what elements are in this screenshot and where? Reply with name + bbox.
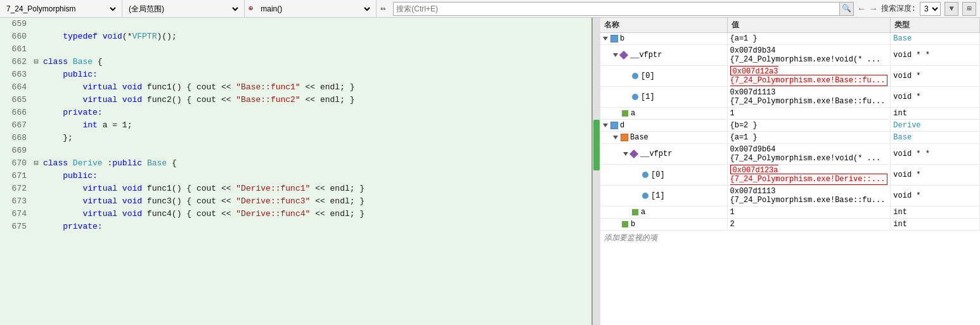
collapse-btn bbox=[32, 81, 41, 94]
table-row: 666 private: bbox=[0, 106, 591, 119]
line-content: public: bbox=[41, 170, 591, 182]
watch-type-cell: Base bbox=[891, 132, 980, 144]
depth-select[interactable]: 3 1 2 4 5 bbox=[920, 2, 941, 16]
table-row: 661 bbox=[0, 43, 591, 56]
watch-type-cell: int bbox=[891, 108, 980, 120]
watch-table: 名称 值 类型 b {a=1 } Base __vfptr 0x007d9b34… bbox=[600, 18, 980, 231]
watch-value-cell: 0x007d9b34 {7_24_Polymorphism.exe!void(*… bbox=[727, 45, 891, 66]
watch-name-cell: [0] bbox=[600, 66, 727, 87]
collapse-btn bbox=[32, 94, 41, 106]
watch-name-cell: __vfptr bbox=[600, 45, 727, 66]
col-value-header: 值 bbox=[727, 18, 891, 33]
search-icon[interactable]: 🔍 bbox=[839, 3, 853, 15]
watch-value: 0x007d9b64 {7_24_Polymorphism.exe!void(*… bbox=[730, 145, 881, 163]
line-number: 668 bbox=[0, 132, 32, 144]
filter-icon-button[interactable]: ▼ bbox=[945, 2, 958, 16]
expand-arrow[interactable] bbox=[623, 152, 628, 156]
search-box: 🔍 bbox=[393, 2, 854, 16]
line-number: 666 bbox=[0, 106, 32, 119]
watch-name: [0] bbox=[651, 170, 665, 179]
code-lines: 659 660 typedef void(*VFPTR)(); 661 662 … bbox=[0, 18, 591, 325]
watch-value-cell: {b=2 } bbox=[727, 120, 891, 132]
table-row: [1] 0x007d1113 {7_24_Polymorphism.exe!Ba… bbox=[600, 87, 980, 108]
table-row: Base {a=1 } Base bbox=[600, 132, 980, 144]
table-row: 675 private: bbox=[0, 220, 591, 233]
table-row: [0] 0x007d12a3 {7_24_Polymorphism.exe!Ba… bbox=[600, 66, 980, 87]
line-number: 660 bbox=[0, 30, 32, 43]
watch-name: __vfptr bbox=[640, 150, 672, 158]
watch-type-cell: void * bbox=[891, 66, 980, 87]
collapse-btn bbox=[32, 106, 41, 119]
search-area: 🔍 ← → 搜索深度: 3 1 2 4 5 ▼ ⊞ bbox=[389, 0, 980, 17]
search-input[interactable] bbox=[394, 3, 839, 15]
collapse-btn bbox=[32, 144, 41, 157]
expand-arrow[interactable] bbox=[613, 53, 618, 57]
watch-type-cell: void * bbox=[891, 87, 980, 108]
watch-name: b bbox=[631, 220, 635, 229]
watch-name: __vfptr bbox=[630, 51, 662, 60]
watch-value-cell: 1 bbox=[727, 108, 891, 120]
table-row: 662 ⊟ class Base { bbox=[0, 56, 591, 68]
nav-forward-button[interactable]: → bbox=[869, 4, 877, 14]
add-watch-label[interactable]: 添加要监视的项 bbox=[600, 231, 980, 245]
collapse-btn bbox=[32, 132, 41, 144]
watch-value-cell: 0x007d1113 {7_24_Polymorphism.exe!Base::… bbox=[727, 87, 891, 108]
table-row: 673 virtual void func3() { cout << "Deri… bbox=[0, 195, 591, 208]
expand-arrow[interactable] bbox=[603, 124, 608, 127]
line-content bbox=[41, 144, 591, 157]
line-number: 673 bbox=[0, 195, 32, 208]
refresh-icon-button[interactable]: ⊞ bbox=[962, 2, 976, 16]
watch-value-cell: 2 bbox=[727, 219, 891, 231]
line-number: 672 bbox=[0, 182, 32, 195]
col-type-header: 类型 bbox=[891, 18, 980, 33]
collapse-btn[interactable]: ⊟ bbox=[32, 56, 41, 68]
watch-type-cell: Base bbox=[891, 33, 980, 45]
collapse-btn[interactable]: ⊟ bbox=[32, 157, 41, 170]
expand-arrow[interactable] bbox=[603, 37, 608, 41]
watch-type-cell: void * bbox=[891, 165, 980, 186]
line-number: 661 bbox=[0, 43, 32, 56]
watch-name: [1] bbox=[651, 191, 665, 200]
watch-scroll-area[interactable]: 名称 值 类型 b {a=1 } Base __vfptr 0x007d9b34… bbox=[600, 18, 980, 325]
file-dropdown[interactable]: 7_24_Polymorphism bbox=[4, 2, 118, 16]
watch-name: Base bbox=[630, 133, 648, 142]
table-row: 664 virtual void func1() { cout << "Base… bbox=[0, 81, 591, 94]
watch-value: 0x007d1113 {7_24_Polymorphism.exe!Base::… bbox=[730, 88, 886, 106]
line-content: public: bbox=[41, 68, 591, 81]
line-content: class Derive :public Base { bbox=[41, 157, 591, 170]
scroll-thumb[interactable] bbox=[593, 120, 600, 170]
watch-name: [1] bbox=[641, 92, 655, 101]
table-row: 670 ⊟ class Derive :public Base { bbox=[0, 157, 591, 170]
scope-dropdown[interactable]: (全局范围) bbox=[126, 2, 240, 16]
watch-value: {a=1 } bbox=[730, 133, 758, 142]
watch-name: b bbox=[620, 34, 624, 43]
watch-value: 0x007d1113 {7_24_Polymorphism.exe!Base::… bbox=[730, 187, 886, 205]
function-icon: ⊕ bbox=[248, 4, 253, 13]
toolbar: 7_24_Polymorphism (全局范围) ⊕ main() ⇔ 🔍 ← … bbox=[0, 0, 980, 18]
nav-back-button[interactable]: ← bbox=[858, 4, 865, 14]
table-row: 672 virtual void func1() { cout << "Deri… bbox=[0, 182, 591, 195]
collapse-btn bbox=[32, 119, 41, 132]
line-number: 665 bbox=[0, 94, 32, 106]
table-header-row: 名称 值 类型 bbox=[600, 18, 980, 33]
line-content: typedef void(*VFPTR)(); bbox=[41, 30, 591, 43]
line-content: int a = 1; bbox=[41, 119, 591, 132]
line-number: 670 bbox=[0, 157, 32, 170]
table-row: d {b=2 } Derive bbox=[600, 120, 980, 132]
line-number: 669 bbox=[0, 144, 32, 157]
watch-name-cell: b bbox=[600, 33, 727, 45]
table-row: [1] 0x007d1113 {7_24_Polymorphism.exe!Ba… bbox=[600, 186, 980, 207]
vertical-scrollbar[interactable] bbox=[593, 18, 600, 325]
line-number: 662 bbox=[0, 56, 32, 68]
collapse-btn bbox=[32, 182, 41, 195]
watch-name: a bbox=[631, 109, 635, 118]
collapse-btn bbox=[32, 68, 41, 81]
expand-arrow[interactable] bbox=[613, 136, 618, 139]
watch-type-cell: int bbox=[891, 207, 980, 219]
line-number: 664 bbox=[0, 81, 32, 94]
watch-value: 1 bbox=[730, 208, 735, 217]
function-dropdown[interactable]: main() bbox=[258, 2, 372, 16]
watch-name-cell: a bbox=[600, 207, 727, 219]
watch-name-cell: b bbox=[600, 219, 727, 231]
table-row: 659 bbox=[0, 18, 591, 30]
